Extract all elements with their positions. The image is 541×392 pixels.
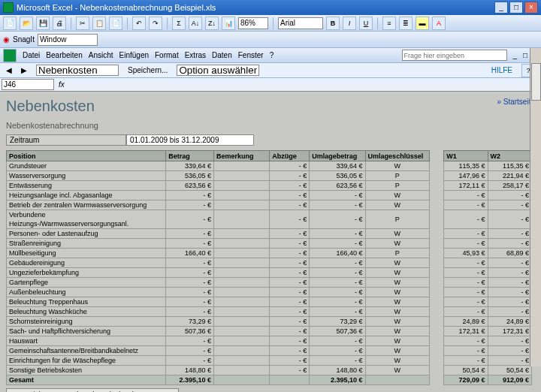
- cell-abzuege[interactable]: - €: [270, 336, 310, 346]
- cell-w2[interactable]: - €: [488, 239, 531, 249]
- cell-w1[interactable]: 50,54 €: [444, 366, 488, 375]
- table-row[interactable]: Betrieb der zentralen Warmwasserversorgu…: [7, 201, 532, 210]
- cell-position[interactable]: Müllbeseitigung: [7, 249, 166, 258]
- table-row[interactable]: Straßenreinigung- €- €- €W- €- €: [7, 239, 532, 249]
- cell-schluessel[interactable]: W: [365, 239, 429, 249]
- cell-bemerkung[interactable]: [213, 191, 269, 201]
- cell-bemerkung[interactable]: [213, 181, 269, 191]
- table-row[interactable]: Sach- und Haftpflichtversicherung507,36 …: [7, 327, 532, 336]
- cell-umlagebetrag[interactable]: 166,40 €: [310, 249, 365, 258]
- cell-schluessel[interactable]: P: [365, 249, 429, 258]
- print-icon[interactable]: 🖨: [53, 17, 66, 30]
- cell-w1[interactable]: - €: [444, 297, 488, 307]
- cell-schluessel[interactable]: W: [365, 346, 429, 356]
- cell-w2[interactable]: - €: [488, 346, 531, 356]
- cell-bemerkung[interactable]: [213, 356, 269, 366]
- zeitraum-value[interactable]: 01.01.2009 bis 31.12.2009: [126, 134, 254, 146]
- cell-betrag[interactable]: - €: [166, 229, 214, 239]
- cell-umlagebetrag[interactable]: - €: [310, 346, 365, 356]
- menu-extras[interactable]: Extras: [185, 51, 206, 59]
- cell-w2[interactable]: 258,17 €: [488, 181, 531, 191]
- maximize-button[interactable]: □: [509, 2, 523, 14]
- cell-umlagebetrag[interactable]: 339,64 €: [310, 161, 365, 171]
- cell-betrag[interactable]: 339,64 €: [166, 161, 214, 171]
- cell-w1[interactable]: - €: [444, 278, 488, 288]
- cell-schluessel[interactable]: P: [365, 210, 429, 229]
- cell-schluessel[interactable]: W: [365, 317, 429, 327]
- table-row[interactable]: Personen- oder Lastenaufzug- €- €- €W- €…: [7, 229, 532, 239]
- cell-position[interactable]: Betrieb der zentralen Warmwasserversorgu…: [7, 201, 166, 210]
- cell-abzuege[interactable]: - €: [270, 191, 310, 201]
- table-row[interactable]: Gebäudereinigung- €- €- €W- €- €: [7, 258, 532, 268]
- header-w2[interactable]: W2: [488, 151, 531, 161]
- cell-position[interactable]: Entwässerung: [7, 181, 166, 191]
- cell-umlagebetrag[interactable]: - €: [310, 210, 365, 229]
- cell-betrag[interactable]: - €: [166, 258, 214, 268]
- cell-bemerkung[interactable]: [213, 249, 269, 258]
- cell-abzuege[interactable]: - €: [270, 268, 310, 278]
- nav-fwd-icon[interactable]: ▶: [21, 66, 27, 74]
- cell-schluessel[interactable]: W: [365, 366, 429, 375]
- cell-position[interactable]: Straßenreinigung: [7, 239, 166, 249]
- redo-icon[interactable]: ↷: [149, 17, 162, 30]
- copy-icon[interactable]: 📋: [92, 17, 106, 30]
- table-row[interactable]: Einrichtungen für die Wäschepflege- €- €…: [7, 356, 532, 366]
- wasser-verbrauch-button[interactable]: Wasser/Abwasser nach Verbrauch abrechnen: [6, 388, 179, 392]
- cell-position[interactable]: Gemeinschaftsantenne/Breitbandkabelnetz: [7, 346, 166, 356]
- cell-betrag[interactable]: - €: [166, 307, 214, 317]
- table-row[interactable]: Heizungsanlage incl. Abgasanlage- €- €- …: [7, 191, 532, 201]
- cell-betrag[interactable]: - €: [166, 336, 214, 346]
- cell-abzuege[interactable]: - €: [270, 229, 310, 239]
- cell-w2[interactable]: 68,89 €: [488, 249, 531, 258]
- font-selector[interactable]: [278, 17, 323, 29]
- font-color-icon[interactable]: A: [432, 17, 446, 30]
- cell-w1[interactable]: 45,93 €: [444, 249, 488, 258]
- open-icon[interactable]: 📂: [20, 17, 33, 30]
- cell-schluessel[interactable]: W: [365, 307, 429, 317]
- header-position[interactable]: Position: [7, 151, 166, 161]
- table-row[interactable]: Ungezieferbekämpfung- €- €- €W- €- €: [7, 268, 532, 278]
- cell-w2[interactable]: 115,35 €: [488, 161, 531, 171]
- cell-bemerkung[interactable]: [213, 171, 269, 181]
- cell-bemerkung[interactable]: [213, 278, 269, 288]
- cell-w1[interactable]: - €: [444, 268, 488, 278]
- cell-schluessel[interactable]: W: [365, 356, 429, 366]
- cell-abzuege[interactable]: - €: [270, 346, 310, 356]
- cell-betrag[interactable]: 148,80 €: [166, 366, 214, 375]
- sheet-selector[interactable]: [36, 65, 119, 76]
- cell-w2[interactable]: - €: [488, 278, 531, 288]
- cell-position[interactable]: Grundsteuer: [7, 161, 166, 171]
- doc-restore-icon[interactable]: □: [523, 51, 527, 59]
- cell-w2[interactable]: 24,89 €: [488, 317, 531, 327]
- cell-umlagebetrag[interactable]: - €: [310, 229, 365, 239]
- cell-abzuege[interactable]: - €: [270, 288, 310, 297]
- cell-betrag[interactable]: 536,05 €: [166, 171, 214, 181]
- cell-schluessel[interactable]: W: [365, 191, 429, 201]
- cell-bemerkung[interactable]: [213, 317, 269, 327]
- menu-fenster[interactable]: Fenster: [238, 51, 264, 59]
- cell-schluessel[interactable]: W: [365, 278, 429, 288]
- option-selector[interactable]: [177, 65, 259, 76]
- cell-w1[interactable]: 115,35 €: [444, 161, 488, 171]
- cell-w1[interactable]: - €: [444, 210, 488, 229]
- cell-bemerkung[interactable]: [213, 239, 269, 249]
- cell-w2[interactable]: 221,94 €: [488, 171, 531, 181]
- cell-w2[interactable]: - €: [488, 201, 531, 210]
- cell-umlagebetrag[interactable]: - €: [310, 278, 365, 288]
- cell-umlagebetrag[interactable]: - €: [310, 239, 365, 249]
- cell-bemerkung[interactable]: [213, 268, 269, 278]
- cell-position[interactable]: Verbundene Heizungs-/Warmwasserversorgun…: [7, 210, 166, 229]
- cell-betrag[interactable]: - €: [166, 210, 214, 229]
- header-umlageschluessel[interactable]: Umlageschlüssel: [365, 151, 429, 161]
- cell-bemerkung[interactable]: [213, 210, 269, 229]
- cell-position[interactable]: Beleuchtung Waschküche: [7, 307, 166, 317]
- header-abzuege[interactable]: Abzüge: [270, 151, 310, 161]
- save-icon[interactable]: 💾: [36, 17, 50, 30]
- cell-abzuege[interactable]: - €: [270, 201, 310, 210]
- cell-bemerkung[interactable]: [213, 201, 269, 210]
- minimize-button[interactable]: _: [494, 2, 508, 14]
- align-center-icon[interactable]: ≣: [399, 17, 413, 30]
- cell-w1[interactable]: - €: [444, 346, 488, 356]
- cell-betrag[interactable]: - €: [166, 288, 214, 297]
- doc-min-icon[interactable]: _: [513, 51, 518, 59]
